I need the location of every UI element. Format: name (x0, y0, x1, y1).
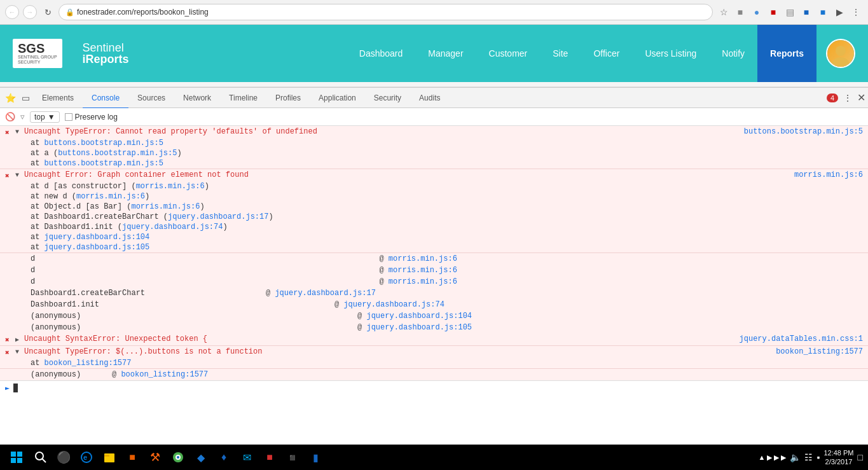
taskbar-files[interactable] (99, 447, 120, 467)
taskbar-search[interactable] (31, 447, 51, 467)
anon-link[interactable]: bookon_listing:1577 (121, 370, 208, 379)
nav-reports[interactable]: Reports (757, 25, 816, 82)
d-row-4: Dashboard1.createBarChart @ jquery.dashb… (0, 287, 868, 299)
nav-customer[interactable]: Customer (476, 25, 541, 82)
taskbar-photos[interactable]: ◾ (282, 447, 303, 467)
expand-arrow-2[interactable]: ▼ (15, 172, 23, 179)
nav-officer[interactable]: Officer (581, 25, 632, 82)
taskbar-word[interactable]: ▮ (305, 447, 326, 467)
devtools-panel: ⭐ ▭ Elements Console Sources Network Tim… (0, 87, 868, 443)
taskbar-cortana[interactable]: ⚫ (53, 447, 74, 467)
menu-icon[interactable]: ⋮ (849, 5, 863, 19)
error-source-3[interactable]: jquery.dataTables.min.css:1 (740, 335, 863, 343)
stack-link-4-1[interactable]: bookon_listing:1577 (45, 359, 132, 368)
extension-icon-5[interactable]: ■ (799, 5, 813, 19)
nav-notify[interactable]: Notify (709, 25, 757, 82)
tab-security[interactable]: Security (365, 88, 410, 109)
preserve-log-checkbox[interactable] (65, 113, 72, 121)
taskbar-filezilla[interactable]: ■ (259, 447, 280, 467)
d-link-3[interactable]: morris.min.js:6 (389, 277, 457, 286)
d-link-2[interactable]: morris.min.js:6 (389, 266, 457, 275)
tab-sources[interactable]: Sources (128, 88, 174, 109)
logo-box: SGS SENTINEL GROUPSECURITY (13, 39, 62, 69)
devtools-cursor-btn[interactable]: ⭐ (3, 90, 18, 106)
network-icon[interactable]: ☷ (804, 452, 813, 462)
taskbar-azure[interactable]: ◆ (191, 447, 211, 467)
stack-link-2-1[interactable]: morris.min.js:6 (136, 182, 205, 191)
taskbar-system-icons: ▲ ▶ ▶ ▶ (758, 453, 786, 462)
tab-application[interactable]: Application (310, 88, 365, 109)
nav-users-listing[interactable]: Users Listing (632, 25, 709, 82)
app-header: SGS SENTINEL GROUPSECURITY Sentinel iRep… (0, 25, 868, 82)
speaker-icon[interactable]: 🔈 (790, 452, 801, 462)
devtools-more-btn[interactable]: ⋮ (841, 93, 855, 103)
filter-icon[interactable]: ▿ (20, 112, 25, 121)
extension-icon-4[interactable]: ▤ (783, 5, 797, 19)
nav-site[interactable]: Site (540, 25, 581, 82)
taskbar-app1[interactable]: ■ (122, 447, 142, 467)
d-link-7[interactable]: jquery.dashboard.js:105 (366, 323, 472, 332)
extension-icon-2[interactable]: ● (750, 5, 764, 19)
expand-arrow-1[interactable]: ▼ (15, 128, 23, 135)
svg-rect-3 (17, 452, 22, 457)
app-name2: iReports (83, 53, 129, 65)
tab-network[interactable]: Network (174, 88, 220, 109)
error-source-1[interactable]: buttons.bootstrap.min.js:5 (744, 127, 863, 136)
devtools-tabbar: ⭐ ▭ Elements Console Sources Network Tim… (0, 88, 868, 108)
extension-icon-7[interactable]: ▶ (832, 5, 846, 19)
tab-audits[interactable]: Audits (410, 88, 449, 109)
expand-arrow-4[interactable]: ▼ (15, 349, 23, 356)
stack-link-1-1[interactable]: buttons.bootstrap.min.js:5 (45, 139, 163, 148)
devtools-inspect-btn[interactable]: ▭ (18, 90, 33, 106)
error-msg-1: Uncaught TypeError: Cannot read property… (24, 127, 744, 136)
d-link-5[interactable]: jquery.dashboard.js:74 (343, 300, 444, 309)
reload-button[interactable]: ↻ (41, 5, 55, 19)
stack-link-1-2[interactable]: buttons.bootstrap.min.js:5 (58, 149, 177, 158)
expand-arrow-3[interactable]: ▶ (15, 336, 23, 343)
start-button[interactable] (5, 446, 28, 469)
stack-link-2-6[interactable]: jquery.dashboard.js:104 (45, 233, 150, 242)
tab-console[interactable]: Console (83, 88, 128, 109)
error-row-3: ✖ ▶ Uncaught SyntaxError: Unexpected tok… (0, 333, 868, 345)
clear-console-icon[interactable]: 🚫 (5, 112, 15, 121)
stack-link-1-3[interactable]: buttons.bootstrap.min.js:5 (45, 159, 163, 168)
tab-elements[interactable]: Elements (33, 88, 83, 109)
nav-dashboard[interactable]: Dashboard (347, 25, 416, 82)
d-link-1[interactable]: morris.min.js:6 (389, 254, 457, 263)
nav-manager[interactable]: Manager (415, 25, 476, 82)
error-row-2: ✖ ▼ Uncaught Error: Graph container elem… (0, 169, 868, 181)
back-button[interactable]: ← (5, 5, 19, 19)
error-group-2: ✖ ▼ Uncaught Error: Graph container elem… (0, 169, 868, 253)
filter-dropdown[interactable]: top ▼ (30, 111, 60, 123)
preserve-log-area: Preserve log (65, 113, 118, 121)
stack-link-2-4[interactable]: jquery.dashboard.js:17 (168, 212, 268, 221)
devtools-close-btn[interactable]: ✕ (857, 92, 865, 104)
address-bar[interactable]: 🔒 fonestrader.com/reports/bookon_listing (59, 4, 713, 20)
tab-profiles[interactable]: Profiles (266, 88, 310, 109)
taskbar-skype[interactable]: ✉ (237, 447, 257, 467)
browser-icons: ☆ ■ ● ■ ▤ ■ ■ ▶ ⋮ (717, 5, 863, 19)
error-source-4[interactable]: bookon_listing:1577 (776, 347, 863, 356)
stack-link-2-5[interactable]: jquery.dashboard.js:74 (122, 223, 223, 232)
clock-time: 12:48 PM (823, 448, 853, 457)
taskbar-clock[interactable]: 12:48 PM 2/3/2017 (823, 448, 853, 467)
user-avatar[interactable] (826, 39, 855, 68)
d-link-4[interactable]: jquery.dashboard.js:17 (275, 289, 375, 298)
extension-icon-3[interactable]: ■ (766, 5, 780, 19)
bookmark-icon[interactable]: ☆ (717, 5, 731, 19)
error-source-2[interactable]: morris.min.js:6 (794, 170, 863, 179)
prompt-icon: ► (5, 384, 10, 392)
stack-link-2-7[interactable]: jquery.dashboard.js:105 (45, 243, 150, 252)
extension-icon-6[interactable]: ■ (816, 5, 830, 19)
stack-link-2-3[interactable]: morris.min.js:6 (131, 202, 200, 211)
d-link-6[interactable]: jquery.dashboard.js:104 (366, 312, 472, 321)
taskbar-app2[interactable]: ♦ (214, 447, 234, 467)
notifications-icon[interactable]: □ (858, 452, 863, 462)
extension-icon-1[interactable]: ■ (733, 5, 747, 19)
taskbar-chrome[interactable] (168, 447, 188, 467)
taskbar-firefox[interactable]: ⚒ (145, 447, 165, 467)
tab-timeline[interactable]: Timeline (220, 88, 266, 109)
stack-link-2-2[interactable]: morris.min.js:6 (76, 192, 145, 201)
forward-button[interactable]: → (23, 5, 37, 19)
taskbar-ie[interactable]: e (76, 447, 97, 467)
